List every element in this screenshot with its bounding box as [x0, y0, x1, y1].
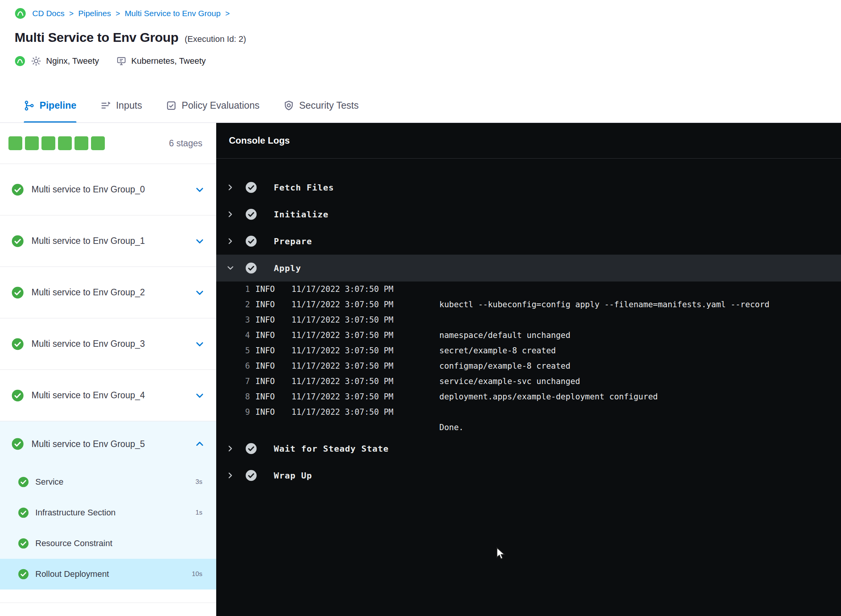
breadcrumb-link[interactable]: Pipelines	[78, 9, 111, 18]
chevron-down-icon[interactable]	[195, 391, 205, 401]
stage-row[interactable]: Multi service to Env Group_2	[0, 267, 216, 318]
execution-meta-row: Nginx, Tweety Kubernetes, Tweety	[15, 56, 841, 66]
success-check-icon	[12, 286, 24, 299]
log-level: INFO	[255, 407, 286, 417]
step-success-icon	[245, 443, 257, 454]
tab-pipeline[interactable]: Pipeline	[24, 88, 76, 123]
stage-label: Multi service to Env Group_0	[31, 184, 187, 195]
policy-checkbox-icon	[166, 100, 177, 111]
success-check-icon	[12, 389, 24, 402]
log-message: namespace/default unchanged	[439, 331, 841, 340]
chevron-right-icon[interactable]	[225, 470, 236, 481]
chevron-down-icon[interactable]	[195, 288, 205, 298]
console-logs-title: Console Logs	[216, 123, 841, 159]
chevron-down-icon[interactable]	[195, 185, 205, 195]
console-section-row[interactable]: Wrap Up	[216, 462, 841, 489]
stage-item: Multi service to Env Group_5 Service 3s …	[0, 421, 216, 590]
execution-success-icon	[15, 56, 25, 66]
stage-item: Multi service to Env Group_1	[0, 215, 216, 267]
chevron-up-icon[interactable]	[195, 439, 205, 449]
log-line-number: 8	[239, 392, 250, 401]
success-check-icon	[12, 235, 24, 247]
stage-progress-squares	[8, 136, 105, 150]
page-title: Multi Service to Env Group	[15, 30, 179, 45]
log-line: 1 INFO 11/17/2022 3:07:50 PM	[216, 282, 841, 297]
console-section-label: Wrap Up	[274, 471, 312, 480]
log-line: 5 INFO 11/17/2022 3:07:50 PM secret/exam…	[216, 343, 841, 358]
log-level: INFO	[255, 285, 286, 294]
chevron-right-icon[interactable]	[225, 209, 236, 220]
console-section: Apply 1 INFO 11/17/2022 3:07:50 PM 2 INF…	[216, 255, 841, 435]
log-timestamp: 11/17/2022 3:07:50 PM	[291, 315, 434, 325]
log-timestamp: 11/17/2022 3:07:50 PM	[291, 300, 434, 309]
stage-row[interactable]: Multi service to Env Group_5	[0, 421, 216, 467]
progress-square	[91, 136, 105, 150]
log-timestamp: 11/17/2022 3:07:50 PM	[291, 361, 434, 371]
success-check-icon	[18, 477, 29, 487]
chevron-right-icon[interactable]	[225, 443, 236, 454]
step-label: Resource Constraint	[35, 538, 196, 548]
tab-policy-evaluations[interactable]: Policy Evaluations	[166, 88, 260, 123]
breadcrumb-separator: >	[225, 9, 230, 18]
app-window: CD Docs>Pipelines>Multi Service to Env G…	[0, 0, 841, 616]
console-section-row[interactable]: Prepare	[216, 228, 841, 255]
chevron-right-icon[interactable]	[225, 235, 236, 247]
environment-icon	[116, 56, 127, 66]
breadcrumb-link[interactable]: Multi Service to Env Group	[125, 9, 221, 18]
step-row[interactable]: Rollout Deployment 10s	[0, 559, 216, 590]
log-level: INFO	[255, 361, 286, 371]
stage-row[interactable]: Multi service to Env Group_4	[0, 370, 216, 421]
tab-inputs[interactable]: Inputs	[100, 88, 142, 123]
stage-row[interactable]: Multi service to Env Group_3	[0, 318, 216, 370]
pipeline-icon	[24, 100, 35, 111]
log-line: Done.	[216, 420, 841, 435]
step-row[interactable]: Service 3s	[0, 467, 216, 497]
chevron-right-icon[interactable]	[225, 182, 236, 193]
log-line-number: 1	[239, 285, 250, 294]
stage-list-end-divider	[0, 590, 216, 603]
stage-item: Multi service to Env Group_0	[0, 164, 216, 215]
log-message: Done.	[439, 423, 841, 432]
tab-security-tests[interactable]: Security Tests	[283, 88, 359, 123]
log-line: 8 INFO 11/17/2022 3:07:50 PM deployment.…	[216, 389, 841, 404]
step-success-icon	[245, 470, 257, 481]
step-duration: 1s	[195, 509, 202, 517]
console-section: Prepare	[216, 228, 841, 255]
console-section: Initialize	[216, 201, 841, 228]
stage-label: Multi service to Env Group_5	[31, 439, 187, 449]
chevron-down-icon[interactable]	[195, 236, 205, 246]
stage-count-label: 6 stages	[169, 138, 202, 149]
console-section: Wait for Steady State	[216, 435, 841, 462]
console-section-row[interactable]: Initialize	[216, 201, 841, 228]
log-line: 7 INFO 11/17/2022 3:07:50 PM service/exa…	[216, 374, 841, 389]
log-timestamp: 11/17/2022 3:07:50 PM	[291, 331, 434, 340]
tab-pipeline-label: Pipeline	[40, 100, 76, 111]
log-line-number: 2	[239, 300, 250, 309]
console-section-row[interactable]: Wait for Steady State	[216, 435, 841, 462]
tab-inputs-label: Inputs	[116, 100, 142, 111]
stage-row[interactable]: Multi service to Env Group_0	[0, 164, 216, 215]
step-label: Service	[35, 477, 189, 487]
stages-panel: 6 stages Multi service to Env Group_0 Mu…	[0, 123, 216, 616]
log-line: 9 INFO 11/17/2022 3:07:50 PM	[216, 404, 841, 420]
success-check-icon	[12, 338, 24, 350]
step-row[interactable]: Infrastructure Section 1s	[0, 497, 216, 528]
step-row[interactable]: Resource Constraint	[0, 528, 216, 559]
log-level: INFO	[255, 377, 286, 386]
log-line: 4 INFO 11/17/2022 3:07:50 PM namespace/d…	[216, 328, 841, 343]
stage-label: Multi service to Env Group_2	[31, 287, 187, 298]
chevron-down-icon[interactable]	[225, 262, 236, 274]
log-timestamp: 11/17/2022 3:07:50 PM	[291, 377, 434, 386]
breadcrumb-link[interactable]: CD Docs	[32, 9, 65, 18]
chevron-down-icon[interactable]	[195, 339, 205, 349]
log-line-number: 3	[239, 315, 250, 325]
stage-row[interactable]: Multi service to Env Group_1	[0, 215, 216, 267]
log-line: 6 INFO 11/17/2022 3:07:50 PM configmap/e…	[216, 358, 841, 374]
console-section-row[interactable]: Apply	[216, 255, 841, 282]
log-timestamp: 11/17/2022 3:07:50 PM	[291, 392, 434, 401]
console-section: Wrap Up	[216, 462, 841, 489]
console-section-row[interactable]: Fetch Files	[216, 174, 841, 201]
success-check-icon	[18, 569, 29, 580]
log-level: INFO	[255, 300, 286, 309]
console-section-label: Wait for Steady State	[274, 444, 389, 454]
